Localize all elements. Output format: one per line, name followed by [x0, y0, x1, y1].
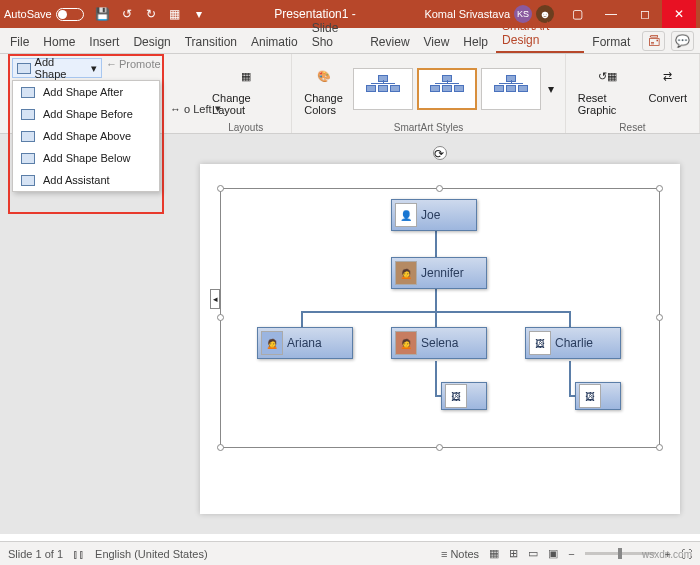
- slide-canvas[interactable]: ⟳ ◂ 👤 Joe: [200, 164, 680, 514]
- menu-add-above[interactable]: Add Shape Above: [13, 125, 159, 147]
- slide-counter[interactable]: Slide 1 of 1: [8, 548, 63, 560]
- ribbon-tabs: File Home Insert Design Transition Anima…: [0, 28, 700, 54]
- tab-smartart-design[interactable]: SmartArt Design: [496, 15, 584, 53]
- shape-icon: [21, 87, 35, 98]
- convert-icon: ⇄: [653, 62, 683, 90]
- tab-home[interactable]: Home: [37, 31, 81, 53]
- add-shape-split-button[interactable]: Add Shape ▾: [12, 58, 102, 78]
- autosave-label: AutoSave: [4, 8, 52, 20]
- notes-button[interactable]: ≡ Notes: [441, 548, 479, 560]
- reset-icon: ↺▦: [592, 62, 622, 90]
- reset-graphic-button[interactable]: ↺▦ Reset Graphic: [574, 58, 641, 120]
- group-reset: ↺▦ Reset Graphic ⇄ Convert Reset: [566, 54, 700, 133]
- tab-file[interactable]: File: [4, 31, 35, 53]
- gallery-more-icon[interactable]: ▾: [545, 82, 557, 96]
- resize-handle[interactable]: [217, 185, 224, 192]
- styles-gallery[interactable]: ▾: [353, 68, 557, 110]
- undo-icon[interactable]: ↺: [120, 7, 134, 21]
- node-label: Joe: [421, 208, 440, 222]
- tab-design[interactable]: Design: [127, 31, 176, 53]
- connector: [435, 361, 437, 395]
- sorter-view-icon[interactable]: ⊞: [509, 547, 518, 560]
- share-button[interactable]: 🖆: [642, 31, 665, 51]
- maximize-icon[interactable]: ◻: [628, 0, 662, 28]
- change-colors-label: Change Colors: [304, 92, 343, 116]
- text-pane-toggle[interactable]: ◂: [210, 289, 220, 309]
- redo-icon[interactable]: ↻: [144, 7, 158, 21]
- shape-icon: [21, 175, 35, 186]
- menu-add-before[interactable]: Add Shape Before: [13, 103, 159, 125]
- slide-workspace: ⟳ ◂ 👤 Joe: [0, 134, 700, 534]
- resize-handle[interactable]: [436, 444, 443, 451]
- tab-view[interactable]: View: [418, 31, 456, 53]
- resize-handle[interactable]: [436, 185, 443, 192]
- toggle-icon[interactable]: [56, 8, 84, 21]
- convert-button[interactable]: ⇄ Convert: [644, 58, 691, 120]
- org-node-charlie[interactable]: 🖼 Charlie: [525, 327, 621, 359]
- tab-review[interactable]: Review: [364, 31, 415, 53]
- picture-icon[interactable]: 🙍: [395, 331, 417, 355]
- node-label: Jennifer: [421, 266, 464, 280]
- tab-help[interactable]: Help: [457, 31, 494, 53]
- tab-animations[interactable]: Animatio: [245, 31, 304, 53]
- accessibility-icon[interactable]: ⫿⫿: [73, 548, 85, 560]
- group-layouts-label: Layouts: [228, 122, 263, 133]
- menu-add-after[interactable]: Add Shape After: [13, 81, 159, 103]
- resize-handle[interactable]: [656, 314, 663, 321]
- resize-handle[interactable]: [217, 444, 224, 451]
- picture-placeholder-icon[interactable]: 👤: [395, 203, 417, 227]
- add-shape-label: Add Shape: [35, 56, 87, 80]
- picture-placeholder-icon[interactable]: 🖼: [579, 384, 601, 408]
- org-node-joe[interactable]: 👤 Joe: [391, 199, 477, 231]
- rotate-handle[interactable]: ⟳: [433, 146, 447, 160]
- resize-handle[interactable]: [656, 185, 663, 192]
- chevron-down-icon[interactable]: ▾: [91, 62, 97, 75]
- palette-icon: 🎨: [309, 62, 339, 90]
- change-colors-button[interactable]: 🎨 Change Colors: [300, 58, 347, 120]
- status-bar: Slide 1 of 1 ⫿⫿ English (United States) …: [0, 541, 700, 565]
- more-icon[interactable]: ▾: [192, 7, 206, 21]
- org-node-ariana[interactable]: 🙍 Ariana: [257, 327, 353, 359]
- slideshow-view-icon[interactable]: ▣: [548, 547, 558, 560]
- org-node-blank[interactable]: 🖼: [575, 382, 621, 410]
- start-slideshow-icon[interactable]: ▦: [168, 7, 182, 21]
- change-layout-label: Change Layout: [212, 92, 279, 116]
- save-icon[interactable]: 💾: [96, 7, 110, 21]
- group-styles: 🎨 Change Colors ▾ SmartArt Styles: [292, 54, 566, 133]
- shape-icon: [21, 109, 35, 120]
- close-icon[interactable]: ✕: [662, 0, 696, 28]
- promote-button[interactable]: ← Promote: [106, 58, 161, 70]
- minimize-icon[interactable]: —: [594, 0, 628, 28]
- connector: [569, 311, 571, 327]
- reading-view-icon[interactable]: ▭: [528, 547, 538, 560]
- menu-add-below[interactable]: Add Shape Below: [13, 147, 159, 169]
- org-node-blank[interactable]: 🖼: [441, 382, 487, 410]
- resize-handle[interactable]: [656, 444, 663, 451]
- org-node-selena[interactable]: 🙍 Selena: [391, 327, 487, 359]
- comments-button[interactable]: 💬: [671, 31, 694, 51]
- tab-slideshow[interactable]: Slide Sho: [306, 17, 363, 53]
- convert-label: Convert: [648, 92, 687, 104]
- group-styles-label: SmartArt Styles: [394, 122, 463, 133]
- style-option-2[interactable]: [417, 68, 477, 110]
- tab-format[interactable]: Format: [586, 31, 636, 53]
- picture-placeholder-icon[interactable]: 🖼: [445, 384, 467, 408]
- zoom-out-icon[interactable]: −: [568, 548, 574, 560]
- tab-transitions[interactable]: Transition: [179, 31, 243, 53]
- picture-icon[interactable]: 🙍: [395, 261, 417, 285]
- menu-add-assistant[interactable]: Add Assistant: [13, 169, 159, 191]
- style-option-3[interactable]: [481, 68, 541, 110]
- reset-graphic-label: Reset Graphic: [578, 92, 637, 116]
- right-to-left-button[interactable]: ↔ o Left ▾: [170, 102, 221, 115]
- group-reset-label: Reset: [619, 122, 645, 133]
- tab-insert[interactable]: Insert: [83, 31, 125, 53]
- style-option-1[interactable]: [353, 68, 413, 110]
- picture-icon[interactable]: 🙍: [261, 331, 283, 355]
- normal-view-icon[interactable]: ▦: [489, 547, 499, 560]
- autosave-toggle[interactable]: AutoSave: [4, 8, 84, 21]
- picture-placeholder-icon[interactable]: 🖼: [529, 331, 551, 355]
- org-node-jennifer[interactable]: 🙍 Jennifer: [391, 257, 487, 289]
- resize-handle[interactable]: [217, 314, 224, 321]
- language-status[interactable]: English (United States): [95, 548, 208, 560]
- smartart-frame[interactable]: ◂ 👤 Joe 🙍 Jennifer 🙍: [220, 188, 660, 448]
